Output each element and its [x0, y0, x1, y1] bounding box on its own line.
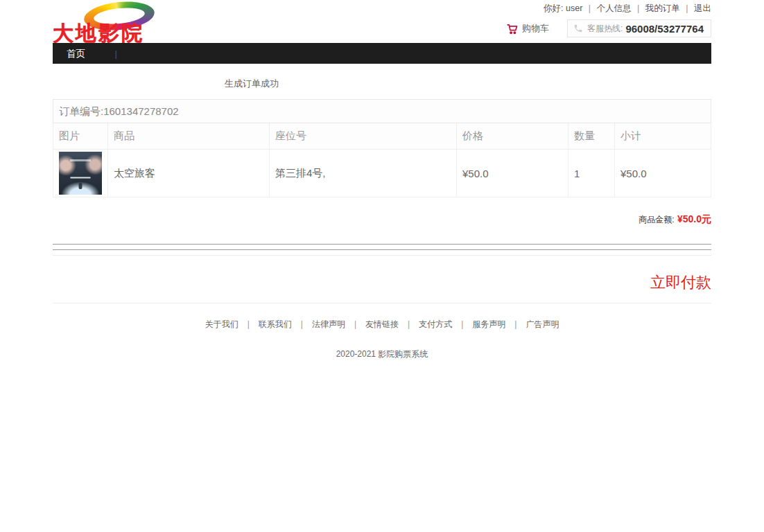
order-success-message: 生成订单成功 — [53, 78, 711, 90]
total-label: 商品金额: — [639, 215, 674, 224]
main-nav: 首页 | — [53, 43, 711, 64]
my-orders-link[interactable]: 我的订单 — [645, 3, 680, 13]
main-content: 生成订单成功 订单编号:1601347278702 图片 商品 座位号 价格 数… — [53, 78, 711, 360]
pay-now-button[interactable]: 立即付款 — [650, 274, 711, 291]
movie-title-cell: 太空旅客 — [108, 150, 270, 197]
hotline-box: 客服热线: 96008/53277764 — [567, 19, 711, 37]
shopping-cart-icon — [506, 23, 518, 35]
footer-link-friends[interactable]: 友情链接 — [365, 319, 399, 329]
order-number: 订单编号:1601347278702 — [53, 99, 711, 123]
footer-link-payment[interactable]: 支付方式 — [419, 319, 452, 329]
user-links-bar: 你好: user | 个人信息 | 我的订单 | 退出 — [506, 0, 711, 15]
column-header-product: 商品 — [108, 123, 270, 150]
column-header-image: 图片 — [53, 123, 108, 150]
footer-link-ads[interactable]: 广告声明 — [526, 319, 559, 329]
order-total-line: 商品金额: ¥50.0元 — [53, 213, 711, 226]
site-logo[interactable]: 大地影院 — [53, 1, 188, 42]
separator: | — [589, 3, 591, 13]
poster-cell — [53, 150, 108, 197]
movie-poster-image[interactable] — [59, 152, 102, 195]
separator: | — [514, 319, 516, 329]
cart-label: 购物车 — [522, 22, 549, 35]
footer-link-about[interactable]: 关于我们 — [205, 319, 238, 329]
phone-icon — [573, 24, 583, 33]
footer-link-service[interactable]: 服务声明 — [472, 319, 505, 329]
username: user — [566, 3, 582, 13]
hotline-number: 96008/53277764 — [625, 23, 704, 35]
copyright-text: 2020-2021 影院购票系统 — [53, 348, 711, 360]
nav-home-link[interactable]: 首页 — [53, 44, 99, 64]
total-value: ¥50.0元 — [677, 213, 711, 224]
separator: | — [301, 319, 303, 329]
footer-links: 关于我们|联系我们|法律声明|友情链接|支付方式|服务声明|广告声明 — [53, 319, 711, 330]
cart-link[interactable]: 购物车 — [506, 22, 549, 35]
footer-link-contact[interactable]: 联系我们 — [259, 319, 292, 329]
nav-separator: | — [114, 48, 116, 59]
separator: | — [408, 319, 410, 329]
separator: | — [637, 3, 639, 13]
quantity-cell: 1 — [568, 150, 615, 197]
column-header-quantity: 数量 — [568, 123, 615, 150]
table-row: 太空旅客 第三排4号, ¥50.0 1 ¥50.0 — [53, 150, 711, 197]
profile-link[interactable]: 个人信息 — [597, 3, 632, 13]
separator: | — [461, 319, 463, 329]
subtotal-cell: ¥50.0 — [615, 150, 711, 197]
footer-link-legal[interactable]: 法律声明 — [312, 319, 345, 329]
price-cell: ¥50.0 — [457, 150, 568, 197]
table-header-row: 图片 商品 座位号 价格 数量 小计 — [53, 123, 711, 150]
divider — [53, 255, 711, 256]
hotline-label: 客服热线: — [587, 23, 623, 35]
separator: | — [248, 319, 250, 329]
separator: | — [354, 319, 356, 329]
column-header-subtotal: 小计 — [615, 123, 711, 150]
order-table: 图片 商品 座位号 价格 数量 小计 太空旅客 第三排4号, ¥50.0 1 ¥… — [53, 123, 711, 197]
divider — [53, 249, 711, 251]
column-header-price: 价格 — [457, 123, 568, 150]
logout-link[interactable]: 退出 — [694, 3, 711, 13]
divider — [53, 303, 711, 303]
separator: | — [686, 3, 688, 13]
column-header-seat: 座位号 — [270, 123, 457, 150]
site-header: 大地影院 你好: user | 个人信息 | 我的订单 | 退出 购物车 — [53, 0, 711, 43]
greeting-label: 你好: — [544, 3, 563, 13]
seat-cell: 第三排4号, — [270, 150, 457, 197]
divider — [53, 244, 711, 245]
